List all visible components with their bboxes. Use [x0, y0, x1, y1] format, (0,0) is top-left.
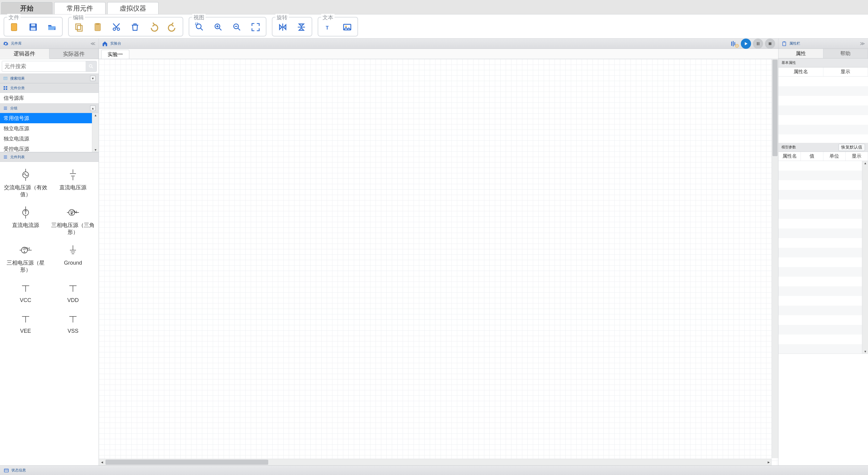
- canvas-grid: [99, 59, 778, 465]
- subtab-logic[interactable]: 逻辑器件: [0, 49, 50, 59]
- component-dc-current[interactable]: 直流电流源: [2, 202, 50, 239]
- zoom-out-button[interactable]: [230, 21, 244, 34]
- search-icon: [88, 64, 94, 69]
- svg-rect-21: [4, 88, 5, 90]
- svg-rect-7: [96, 23, 99, 24]
- save-button[interactable]: [27, 21, 40, 34]
- search-results-section[interactable]: 搜索结果 ▾: [0, 73, 98, 83]
- canvas-hscrollbar[interactable]: ◂ ▸: [99, 459, 772, 465]
- group-item[interactable]: 独立电流源: [0, 133, 98, 144]
- text-button[interactable]: T: [322, 21, 335, 34]
- basic-attr-rows: [778, 76, 868, 143]
- zoom-area-button[interactable]: [193, 21, 206, 34]
- right-panel: 属性栏 ≫ 属性 帮助 基本属性 属性名 显示 模型参数 恢复默认值 属性名 值…: [778, 39, 868, 465]
- model-scrollbar[interactable]: ▴▾: [862, 161, 868, 353]
- component-dc-voltage[interactable]: 直流电压源: [50, 165, 97, 201]
- group-rotate: 旋转: [272, 17, 312, 36]
- group-item[interactable]: 受控电压源: [0, 144, 98, 152]
- sim-stop-button[interactable]: [765, 39, 775, 49]
- dropdown-icon[interactable]: ▾: [90, 76, 96, 81]
- component-vdd[interactable]: VDD: [50, 278, 97, 306]
- svg-rect-2: [31, 24, 35, 26]
- search-button[interactable]: [86, 61, 96, 71]
- ribbon-tab-common[interactable]: 常用元件: [54, 2, 105, 14]
- open-button[interactable]: [45, 21, 59, 34]
- fit-screen-button[interactable]: [249, 21, 262, 34]
- restore-defaults-button[interactable]: 恢复默认值: [838, 144, 865, 151]
- undo-button[interactable]: [147, 21, 160, 34]
- image-button[interactable]: [341, 21, 354, 34]
- tab-help[interactable]: 帮助: [824, 49, 868, 58]
- redo-button[interactable]: [166, 21, 179, 34]
- flip-v-button[interactable]: [295, 21, 308, 34]
- new-file-button[interactable]: [8, 21, 21, 34]
- flip-h-button[interactable]: [276, 21, 289, 34]
- col-m-name: 属性名: [778, 152, 801, 161]
- sim-pause-button[interactable]: [753, 39, 763, 49]
- groups-section[interactable]: 分组 ▴: [0, 103, 98, 113]
- component-ac-voltage[interactable]: 交流电压源（有效值）: [2, 165, 50, 201]
- component-vss[interactable]: VSS: [50, 308, 97, 337]
- component-vcc[interactable]: VCC: [2, 278, 50, 306]
- search-bar: [2, 61, 97, 72]
- svg-point-10: [196, 24, 201, 29]
- svg-rect-18: [4, 77, 7, 80]
- subtab-real[interactable]: 实际器件: [50, 49, 99, 59]
- zoom-in-button[interactable]: [212, 21, 225, 34]
- home-icon: [102, 41, 108, 47]
- col-attr-name: 属性名: [778, 67, 824, 76]
- svg-text:3PH: 3PH: [23, 247, 30, 251]
- status-text: 状态信息: [11, 468, 26, 473]
- group-view-label: 视图: [192, 14, 206, 21]
- cut-button[interactable]: [110, 21, 123, 34]
- svg-rect-20: [6, 86, 7, 88]
- group-item[interactable]: 独立电压源: [0, 123, 98, 133]
- component-3phase-star[interactable]: 3PH三相电压源（星形）: [2, 240, 50, 276]
- collapse-right-icon[interactable]: ≫: [860, 41, 865, 46]
- col-m-val: 值: [801, 152, 823, 161]
- group-rotate-label: 旋转: [276, 14, 289, 21]
- properties-title: 属性栏: [789, 41, 800, 46]
- svg-rect-31: [757, 42, 758, 45]
- sim-play-button[interactable]: [741, 39, 751, 49]
- model-params-header: 模型参数 恢复默认值: [778, 143, 868, 152]
- ribbon-tab-start[interactable]: 开始: [1, 2, 53, 14]
- component-3phase-delta[interactable]: 3PH三相电压源（三角形）: [50, 202, 97, 239]
- properties-header: 属性栏 ≫: [778, 39, 868, 49]
- search-input[interactable]: [2, 61, 86, 71]
- col-attr-show: 显示: [824, 67, 868, 76]
- list-icon: [3, 155, 8, 159]
- paste-button[interactable]: [91, 21, 104, 34]
- col-m-unit: 单位: [824, 152, 846, 161]
- component-ground[interactable]: Ground: [50, 240, 97, 276]
- basic-attr-columns: 属性名 显示: [778, 67, 868, 76]
- canvas-vscrollbar[interactable]: [772, 59, 778, 458]
- collapse-up-icon[interactable]: ▴: [90, 105, 96, 111]
- copy-button[interactable]: [72, 21, 86, 34]
- category-current[interactable]: 信号源库: [0, 93, 98, 103]
- component-list-section[interactable]: 元件列表: [0, 152, 98, 162]
- status-icon: [4, 468, 9, 473]
- svg-rect-32: [758, 42, 760, 45]
- svg-rect-35: [784, 41, 785, 42]
- svg-rect-33: [769, 42, 772, 45]
- component-vee[interactable]: VEE: [2, 308, 50, 337]
- group-view: 视图: [189, 17, 267, 36]
- canvas[interactable]: ◂ ▸: [99, 59, 778, 465]
- group-file: 文件: [4, 17, 63, 36]
- categories-section[interactable]: 元件分类: [0, 83, 98, 93]
- group-scrollbar[interactable]: ▴▾: [92, 113, 98, 152]
- group-item[interactable]: 常用信号源: [0, 113, 98, 123]
- svg-point-30: [736, 45, 738, 46]
- groups-label: 分组: [10, 106, 18, 111]
- basic-attr-header: 基本属性: [778, 59, 868, 67]
- tab-attributes[interactable]: 属性: [778, 49, 824, 58]
- svg-rect-22: [6, 88, 7, 90]
- svg-text:3PH: 3PH: [70, 210, 77, 214]
- ribbon-tab-instruments[interactable]: 虚拟仪器: [107, 2, 158, 14]
- canvas-tab[interactable]: 实验一: [101, 50, 129, 59]
- collapse-left-icon[interactable]: ≪: [90, 41, 96, 46]
- delete-button[interactable]: [128, 21, 142, 34]
- waveform-icon[interactable]: [731, 39, 739, 48]
- group-list: 常用信号源 独立电压源 独立电流源 受控电压源 ▴▾: [0, 113, 98, 152]
